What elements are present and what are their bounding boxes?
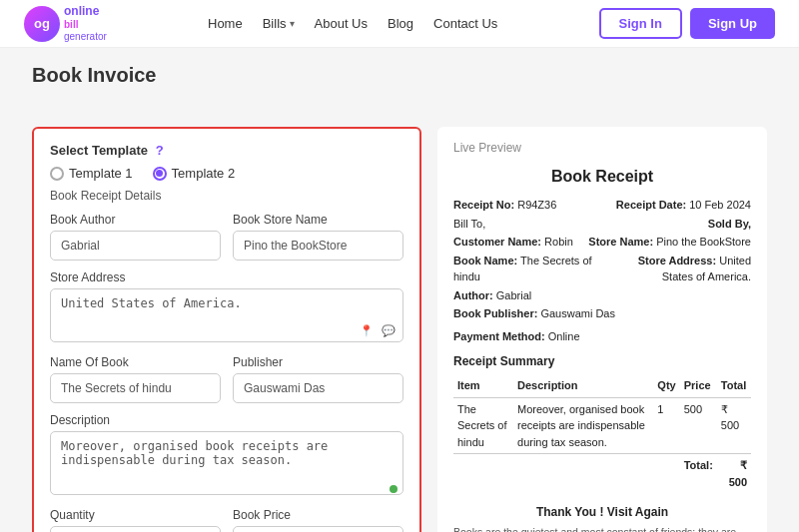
publisher-input[interactable] [233, 373, 403, 403]
navbar: og online bill generator Home Bills ▾ Ab… [0, 0, 799, 48]
description-input[interactable] [50, 431, 403, 495]
total-value: ₹ 500 [717, 454, 751, 494]
receipt-title: Book Receipt [453, 165, 751, 189]
book-publisher-label-preview: Book Publisher: [453, 307, 537, 319]
book-author-group: Book Author [50, 213, 221, 261]
book-price-input[interactable] [233, 526, 403, 532]
nav-blog[interactable]: Blog [388, 16, 413, 31]
customer-name-label-preview: Customer Name: [453, 236, 541, 248]
select-template-label: Select Template [50, 143, 148, 158]
row-price: 500 [680, 397, 717, 454]
book-price-group: Book Price [233, 508, 403, 532]
nav-home[interactable]: Home [208, 16, 243, 31]
name-of-book-input[interactable] [50, 373, 221, 403]
template2-option[interactable]: Template 2 [153, 166, 236, 181]
book-store-name-group: Book Store Name [233, 213, 403, 261]
author-row: Author: Gabrial [453, 287, 751, 304]
store-name-label-preview: Store Name: [588, 236, 653, 248]
map-icon[interactable]: 📍 [358, 321, 376, 339]
store-name-value-preview: Pino the BookStore [656, 236, 751, 248]
book-author-label: Book Author [50, 213, 221, 227]
template-help-icon[interactable]: ? [156, 143, 164, 158]
signup-button[interactable]: Sign Up [690, 8, 775, 39]
receipt-table: Item Description Qty Price Total The Sec… [453, 374, 751, 493]
book-store-name-input[interactable] [233, 231, 403, 261]
customer-name-row: Customer Name: Robin [453, 234, 573, 251]
template-selector: Template 1 Template 2 [50, 166, 403, 181]
col-total: Total [717, 374, 751, 397]
payment-method-row: Payment Method: Online [453, 328, 751, 345]
description-group: Description [50, 413, 403, 498]
select-template-section-title: Select Template ? [50, 143, 403, 158]
template1-label: Template 1 [69, 166, 133, 181]
nav-contact[interactable]: Contact Us [433, 16, 497, 31]
total-empty [453, 454, 680, 494]
store-address-label: Store Address [50, 270, 403, 284]
nav-about[interactable]: About Us [315, 16, 368, 31]
col-qty: Qty [653, 374, 679, 397]
quantity-input[interactable] [50, 526, 221, 532]
qty-price-row: Quantity Book Price [50, 508, 403, 532]
page-content: Select Template ? Template 1 Template 2 … [0, 103, 799, 532]
receipt-footer-text: Books are the quietest and most constant… [453, 525, 751, 532]
receipt-no-label: Receipt No: [453, 199, 514, 211]
logo: og online bill generator [24, 4, 107, 42]
store-address-row: Store Address: United States of America. [611, 253, 751, 285]
receipt-no-value: R94Z36 [517, 199, 556, 211]
store-address-group: Store Address 📍 💬 [50, 270, 403, 345]
author-store-row: Book Author Book Store Name [50, 213, 403, 261]
quantity-group: Quantity [50, 508, 221, 532]
book-store-name-label: Book Store Name [233, 213, 403, 227]
template1-option[interactable]: Template 1 [50, 166, 133, 181]
col-item: Item [453, 374, 513, 397]
receipt-no: Receipt No: R94Z36 [453, 197, 556, 214]
receipt-date-label: Receipt Date: [616, 199, 686, 211]
template1-radio[interactable] [50, 167, 64, 181]
table-row: The Secrets of hindu Moreover, organised… [453, 397, 751, 454]
template2-radio[interactable] [153, 167, 167, 181]
name-of-book-group: Name Of Book [50, 355, 221, 403]
thankyou-text: Thank You ! Visit Again [453, 503, 751, 521]
book-name-label-preview: Book Name: [453, 255, 517, 266]
payment-method-label-preview: Payment Method: [453, 330, 545, 342]
total-label: Total: [680, 454, 717, 494]
name-of-book-label: Name Of Book [50, 355, 221, 369]
nav-bills-link[interactable]: Bills [263, 16, 287, 31]
description-wrapper [50, 431, 403, 498]
chevron-down-icon: ▾ [290, 18, 295, 29]
preview-panel: Live Preview Book Receipt Receipt No: R9… [437, 127, 767, 532]
store-address-label-preview: Store Address: [638, 255, 716, 266]
preview-label: Live Preview [453, 141, 751, 155]
whatsapp-icon[interactable]: 💬 [380, 321, 398, 339]
store-address-wrapper: 📍 💬 [50, 288, 403, 345]
payment-method-value-preview: Online [548, 330, 580, 342]
quantity-label: Quantity [50, 508, 221, 522]
receipt-card: Book Receipt Receipt No: R94Z36 Receipt … [453, 165, 751, 532]
total-row: Total: ₹ 500 [453, 454, 751, 494]
receipt-date-value: 10 Feb 2024 [689, 199, 751, 211]
template2-radio-inner [156, 170, 163, 177]
auth-buttons: Sign In Sign Up [599, 8, 775, 39]
description-label: Description [50, 413, 403, 427]
book-author-input[interactable] [50, 231, 221, 261]
bill-to: Bill To, [453, 216, 485, 233]
store-address-input[interactable] [50, 288, 403, 342]
row-item: The Secrets of hindu [453, 397, 513, 454]
logo-text: online bill generator [64, 4, 107, 42]
receipt-summary-title: Receipt Summary [453, 352, 751, 370]
signin-button[interactable]: Sign In [599, 8, 682, 39]
book-publisher-row: Name Of Book Publisher [50, 355, 403, 403]
nav-links: Home Bills ▾ About Us Blog Contact Us [208, 16, 497, 31]
publisher-label: Publisher [233, 355, 403, 369]
template2-label: Template 2 [172, 166, 236, 181]
author-value-preview: Gabrial [496, 289, 531, 301]
address-icons: 📍 💬 [358, 321, 398, 339]
row-qty: 1 [653, 397, 679, 454]
logo-icon: og [24, 6, 60, 42]
publisher-group: Publisher [233, 355, 403, 403]
nav-bills[interactable]: Bills ▾ [263, 16, 295, 31]
book-publisher-value-preview: Gauswami Das [540, 307, 615, 319]
description-dot-icon [390, 485, 398, 493]
form-panel: Select Template ? Template 1 Template 2 … [32, 127, 421, 532]
book-name-row: Book Name: The Secrets of hindu [453, 253, 611, 285]
